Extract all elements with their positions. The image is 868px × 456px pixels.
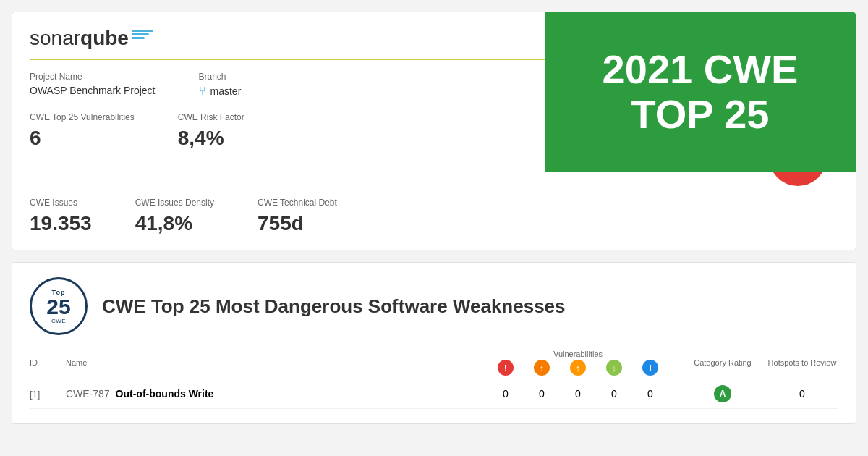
cwe-top25-block: CWE Top 25 Vulnerabilities 6 [30,112,135,150]
row-rating-badge: A [714,385,731,402]
stats-row-2: CWE Issues 19.353 CWE Issues Density 41,… [30,198,838,235]
col-header-id: ID [30,358,66,367]
table-row: [1] CWE-787 Out-of-bounds Write 0 0 0 0 … [30,379,838,409]
vuln-sub-headers: ! ↑ ↑ ↓ i [477,360,679,376]
top25-badge: Top 25 CWE [30,277,88,335]
row-category-rating: A [679,385,766,402]
cwe-risk-label: CWE Risk Factor [178,112,244,122]
badge-line1: 2021 CWE [603,47,799,92]
col-header-name: Name [66,358,477,367]
branch-icon: ⑂ [199,85,206,98]
vuln-severity-major: ↑ [570,360,586,376]
branch-name: master [210,85,242,97]
cwe-top25-label: CWE Top 25 Vulnerabilities [30,112,135,122]
vuln-icon-col-1: ! [488,360,524,376]
vuln-main-label: Vulnerabilities [477,350,679,358]
badge-line2: TOP 25 [631,92,770,137]
branch-item: Branch ⑂ master [199,72,242,98]
row-vuln-values: 0 0 0 0 0 [477,388,679,400]
vuln-severity-critical: ↑ [534,360,550,376]
branch-label: Branch [199,72,242,82]
row-index-val: [1] [30,389,40,400]
vuln-severity-blocker: ! [498,360,514,376]
wave-icon [132,30,153,32]
logo: sonarqube [30,27,153,50]
row-vuln-3: 0 [560,388,596,400]
vuln-severity-minor: ↓ [606,360,622,376]
vuln-icon-col-3: ↑ [560,360,596,376]
bottom-header: Top 25 CWE CWE Top 25 Most Dangerous Sof… [30,277,838,335]
row-vuln-4: 0 [596,388,632,400]
vuln-icon-col-2: ↑ [524,360,560,376]
cwe-density-label: CWE Issues Density [135,198,214,208]
row-hotspots: 0 [766,388,838,400]
wave-icon [132,33,149,35]
row-vuln-2: 0 [524,388,560,400]
cwe-density-block: CWE Issues Density 41,8% [135,198,214,235]
cwe-debt-value: 755d [258,212,337,235]
cwe-risk-block: CWE Risk Factor 8,4% [178,112,244,150]
project-name-value: OWASP Benchmark Project [30,85,156,96]
row-vuln-1: 0 [488,388,524,400]
row-vuln-name: Out-of-bounds Write [116,388,214,400]
top25-cwe-text: CWE [51,318,66,324]
cwe-top25-value: 6 [30,127,135,150]
row-cwe-id: CWE-787 [66,388,110,400]
top25-outer: Top 25 CWE [30,277,88,335]
vuln-severity-info: i [642,360,658,376]
cwe-issues-block: CWE Issues 19.353 [30,198,92,235]
cwe-risk-value: 8,4% [178,127,244,150]
top-card: 2021 CWE TOP 25 sonarqube 20 Project Nam… [12,12,856,250]
row-vuln-5: 0 [632,388,668,400]
vuln-values-row: 0 0 0 0 0 [477,388,679,400]
cwe-density-value: 41,8% [135,212,214,235]
project-name-item: Project Name OWASP Benchmark Project [30,72,156,98]
cwe-debt-label: CWE Technical Debt [258,198,337,208]
logo-bold: qube [80,27,129,49]
row-index: [1] [30,389,66,400]
vuln-icon-col-5: i [632,360,668,376]
cwe-issues-label: CWE Issues [30,198,92,208]
col-header-hotspots: Hotspots to Review [766,358,838,367]
project-name-label: Project Name [30,72,156,82]
green-badge: 2021 CWE TOP 25 [545,12,856,172]
bottom-card: Top 25 CWE CWE Top 25 Most Dangerous Sof… [12,262,856,424]
logo-text: sonarqube [30,27,129,50]
logo-waves [132,30,153,39]
cwe-table: ID Name Vulnerabilities ! ↑ ↑ ↓ [30,347,838,409]
col-header-category: Category Rating [679,358,766,367]
table-header: ID Name Vulnerabilities ! ↑ ↑ ↓ [30,347,838,379]
wave-icon [132,37,145,39]
vuln-icon-col-4: ↓ [596,360,632,376]
section-title: CWE Top 25 Most Dangerous Software Weakn… [102,295,566,318]
top25-number: 25 [46,296,70,318]
cwe-debt-block: CWE Technical Debt 755d [258,198,337,235]
cwe-issues-value: 19.353 [30,212,92,235]
row-name: CWE-787 Out-of-bounds Write [66,388,477,400]
vuln-headers-wrapper: Vulnerabilities ! ↑ ↑ ↓ i [477,350,679,376]
category-label-line1: Category Rating [679,358,766,367]
hotspots-label: Hotspots to Review [766,358,838,367]
branch-value: ⑂ master [199,85,242,98]
